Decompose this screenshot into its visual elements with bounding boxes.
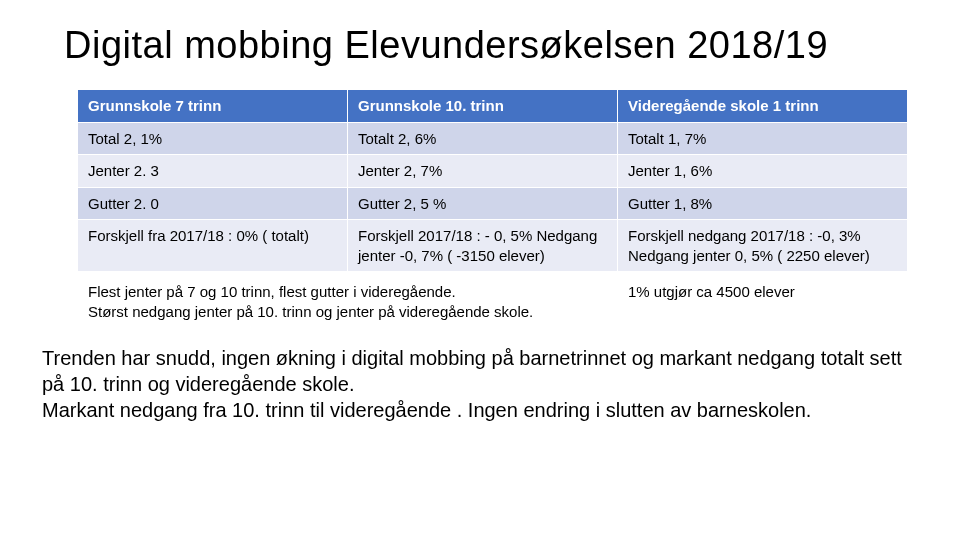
table-cell: Totalt 1, 7% [618, 123, 908, 156]
table-header: Grunnskole 7 trinn [78, 90, 348, 123]
footnote-right: 1% utgjør ca 4500 elever [618, 278, 908, 327]
table-cell: Gutter 2. 0 [78, 188, 348, 221]
table-cell: Forskjell 2017/18 : - 0, 5% Nedgang jent… [348, 220, 618, 272]
table-cell: Totalt 2, 6% [348, 123, 618, 156]
table-cell: Forskjell nedgang 2017/18 : -0, 3% Nedga… [618, 220, 908, 272]
table-cell: Gutter 2, 5 % [348, 188, 618, 221]
table-cell: Jenter 1, 6% [618, 155, 908, 188]
table-header: Videregående skole 1 trinn [618, 90, 908, 123]
table-cell: Forskjell fra 2017/18 : 0% ( totalt) [78, 220, 348, 272]
footnote-left: Flest jenter på 7 og 10 trinn, flest gut… [78, 278, 618, 327]
table-cell: Jenter 2. 3 [78, 155, 348, 188]
table-cell: Total 2, 1% [78, 123, 348, 156]
footnote-row: Flest jenter på 7 og 10 trinn, flest gut… [78, 278, 902, 327]
table-cell: Gutter 1, 8% [618, 188, 908, 221]
page-title: Digital mobbing Elevundersøkelsen 2018/1… [64, 24, 932, 67]
data-table: Grunnskole 7 trinn Grunnskole 10. trinn … [78, 89, 902, 272]
table-cell: Jenter 2, 7% [348, 155, 618, 188]
body-text: Trenden har snudd, ingen økning i digita… [42, 345, 904, 423]
table-header: Grunnskole 10. trinn [348, 90, 618, 123]
slide: Digital mobbing Elevundersøkelsen 2018/1… [0, 0, 960, 540]
